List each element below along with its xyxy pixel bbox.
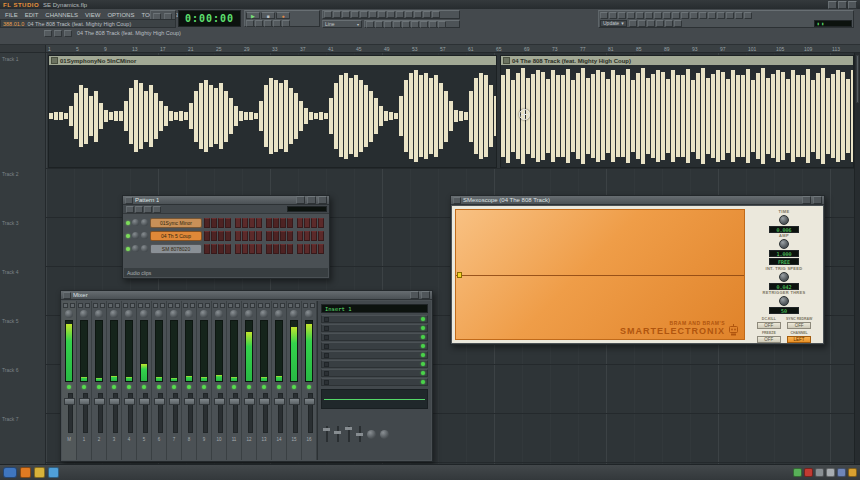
fx-slot-selector[interactable] (324, 353, 329, 358)
step-cell[interactable] (211, 218, 217, 228)
fader-handle[interactable] (124, 398, 135, 405)
fader-handle[interactable] (199, 398, 210, 405)
fader-handle[interactable] (304, 398, 315, 405)
toolbar-button[interactable] (135, 206, 143, 213)
strip-enable-led[interactable] (67, 385, 71, 389)
toolbar-button[interactable] (333, 11, 341, 18)
toolbar-button[interactable] (282, 20, 290, 27)
toolbar-button[interactable] (699, 12, 707, 19)
strip-pan-knob[interactable] (275, 310, 283, 318)
step-cell[interactable] (235, 218, 241, 228)
mixer-strip[interactable]: 7 (167, 301, 182, 460)
toolbar-button[interactable] (708, 12, 716, 19)
fader-handle[interactable] (94, 398, 105, 405)
toolbar-button[interactable] (423, 11, 431, 18)
fx-slot-enable-led[interactable] (421, 380, 425, 384)
fx-slot-enable-led[interactable] (421, 317, 425, 321)
switch-button[interactable]: OFF (757, 336, 781, 343)
toolbar-button[interactable] (351, 11, 359, 18)
toolbar-button[interactable] (638, 20, 646, 27)
mixer-strip[interactable]: M (62, 301, 77, 460)
strip-solo-dot[interactable] (235, 303, 240, 308)
fader-handle[interactable] (139, 398, 150, 405)
fx-slot-enable-led[interactable] (421, 326, 425, 330)
step-cell[interactable] (297, 244, 303, 254)
step-cell[interactable] (266, 231, 272, 241)
fader-handle[interactable] (289, 398, 300, 405)
fx-stereo-knob[interactable] (380, 430, 389, 439)
strip-enable-led[interactable] (262, 385, 266, 389)
strip-fader[interactable] (94, 391, 105, 435)
strip-fader[interactable] (244, 391, 255, 435)
step-cell[interactable] (235, 244, 241, 254)
toolbar-button[interactable] (273, 20, 281, 27)
toolbar-button[interactable] (414, 11, 422, 18)
step-cell[interactable] (256, 218, 262, 228)
fader-handle[interactable] (274, 398, 285, 405)
strip-record-dot[interactable] (138, 303, 143, 308)
strip-record-dot[interactable] (63, 303, 68, 308)
step-cell[interactable] (280, 231, 286, 241)
toolbar-button[interactable] (665, 20, 673, 27)
strip-solo-dot[interactable] (265, 303, 270, 308)
strip-solo-dot[interactable] (190, 303, 195, 308)
toolbar-button[interactable] (672, 12, 680, 19)
step-cell[interactable] (287, 244, 293, 254)
fx-slot-enable-led[interactable] (421, 362, 425, 366)
fx-slot-selector[interactable] (324, 371, 329, 376)
maximize-button[interactable] (838, 1, 847, 9)
playlist-ruler-row[interactable]: 1591317212529333741454953576165697377818… (0, 44, 860, 53)
fx-slot-enable-led[interactable] (421, 344, 425, 348)
mixer-strip[interactable]: 16 (302, 301, 317, 460)
toolbar-button[interactable] (647, 20, 655, 27)
plugin-window[interactable]: SMexoscope (04 The 808 Track) BRAM AND B… (450, 195, 825, 345)
toolbar-button[interactable] (255, 20, 263, 27)
window-titlebar[interactable]: FL STUDIO SE Dynamics.flp (0, 0, 860, 9)
strip-fader[interactable] (124, 391, 135, 435)
strip-pan-knob[interactable] (65, 310, 73, 318)
step-cell[interactable] (273, 231, 279, 241)
mixer-strip[interactable]: 3 (107, 301, 122, 460)
knob-dial[interactable] (779, 272, 789, 282)
playlist-vertical-scrollbar[interactable] (854, 53, 860, 464)
toolbar-button[interactable] (438, 21, 446, 28)
rack-up-arrow-icon[interactable] (296, 196, 305, 204)
plugin-options-icon[interactable] (453, 197, 461, 204)
toolbar-button[interactable] (375, 21, 383, 28)
strip-fader[interactable] (304, 391, 315, 435)
toolbar-button[interactable] (429, 21, 437, 28)
strip-fader[interactable] (79, 391, 90, 435)
channel-mute-led[interactable] (126, 221, 130, 225)
strip-fader[interactable] (139, 391, 150, 435)
strip-pan-knob[interactable] (200, 310, 208, 318)
step-cell[interactable] (280, 218, 286, 228)
minimize-button[interactable] (828, 1, 837, 9)
clip-header[interactable]: 01SymphonyNo 5InCMinor (49, 56, 496, 65)
toolbar-button[interactable] (726, 12, 734, 19)
step-cell[interactable] (304, 244, 310, 254)
menu-item-file[interactable]: FILE (2, 11, 21, 19)
toolbar-button[interactable] (618, 12, 626, 19)
toolbar-button[interactable] (627, 12, 635, 19)
channel-volume-knob[interactable] (141, 232, 148, 239)
step-cell[interactable] (287, 218, 293, 228)
toolbar-button[interactable] (681, 12, 689, 19)
strip-record-dot[interactable] (303, 303, 308, 308)
step-cell[interactable] (249, 218, 255, 228)
fx-slot[interactable] (321, 351, 428, 359)
strip-enable-led[interactable] (127, 385, 131, 389)
toolbar-button[interactable] (629, 20, 637, 27)
display-icon[interactable] (815, 468, 824, 477)
mixer-close-button[interactable] (421, 291, 430, 299)
mixer-strip[interactable]: 5 (137, 301, 152, 460)
strip-fader[interactable] (109, 391, 120, 435)
fx-slot-selector[interactable] (324, 362, 329, 367)
fx-slot[interactable] (321, 324, 428, 332)
step-cell[interactable] (297, 218, 303, 228)
step-cell[interactable] (273, 218, 279, 228)
step-cell[interactable] (304, 218, 310, 228)
strip-pan-knob[interactable] (245, 310, 253, 318)
channel-button[interactable]: 01Symc Minor (150, 218, 202, 228)
step-cell[interactable] (249, 244, 255, 254)
strip-pan-knob[interactable] (155, 310, 163, 318)
